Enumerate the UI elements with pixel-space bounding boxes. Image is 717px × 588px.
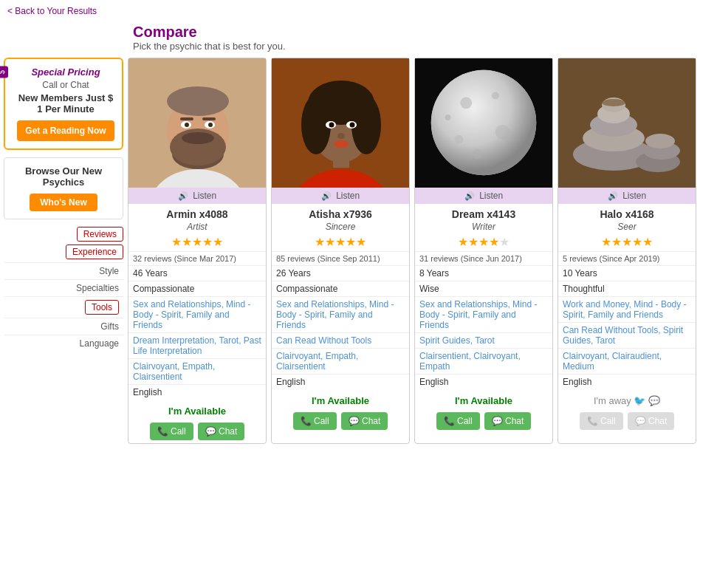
halo-listen-bar[interactable]: 🔊 Listen bbox=[558, 188, 696, 204]
halo-tools: Can Read Without Tools, Spirit Guides, T… bbox=[558, 322, 696, 348]
svg-point-32 bbox=[495, 125, 510, 140]
armin-reviews: 32 reviews (Since Mar 2017) bbox=[128, 251, 266, 265]
dream-photo bbox=[415, 58, 552, 188]
armin-name: Armin x4088 bbox=[128, 204, 266, 222]
svg-point-34 bbox=[472, 149, 482, 160]
special-pricing-title: Special Pricing bbox=[17, 66, 114, 78]
svg-point-26 bbox=[334, 140, 349, 148]
speaker-icon-3: 🔊 bbox=[464, 191, 475, 200]
browse-new-box: Browse Our New Psychics Who's New bbox=[4, 157, 123, 219]
atisha-availability: I'm Available bbox=[272, 389, 409, 409]
back-link[interactable]: < Back to Your Results bbox=[0, 0, 104, 22]
svg-point-42 bbox=[602, 99, 625, 106]
halo-availability: I'm away 🐦 💬 bbox=[558, 389, 696, 409]
armin-call-button[interactable]: 📞 Call bbox=[150, 423, 193, 440]
armin-experience: 46 Years bbox=[128, 265, 266, 281]
atisha-photo bbox=[272, 58, 409, 188]
dream-name: Dream x4143 bbox=[415, 204, 552, 222]
experience-filter-btn[interactable]: Experience bbox=[66, 245, 123, 259]
speaker-icon: 🔊 bbox=[178, 191, 188, 200]
halo-call-button: 📞 Call bbox=[580, 412, 623, 430]
atisha-call-button[interactable]: 📞 Call bbox=[293, 412, 337, 430]
armin-stars: ★★★★★ bbox=[128, 235, 266, 249]
armin-style-label: Artist bbox=[128, 222, 266, 232]
dream-language: English bbox=[415, 374, 552, 389]
armin-listen-bar[interactable]: 🔊 Listen bbox=[128, 188, 266, 204]
call-or-chat: Call or Chat bbox=[17, 80, 114, 90]
atisha-tools: Can Read Without Tools bbox=[272, 332, 409, 348]
halo-gifts: Clairvoyant, Clairaudient, Medium bbox=[558, 348, 696, 374]
atisha-style-label: Sincere bbox=[272, 222, 409, 232]
gifts-label-row: Gifts bbox=[4, 318, 123, 335]
atisha-reviews: 85 reviews (Since Sep 2011) bbox=[272, 251, 409, 265]
dream-style: Wise bbox=[415, 281, 552, 296]
dream-experience: 8 Years bbox=[415, 265, 552, 281]
halo-specialties: Work and Money, Mind - Body - Spirit, Fa… bbox=[558, 296, 696, 322]
psychic-card-atisha: 🔊 Listen Atisha x7936 Sincere ★★★★★ 85 r… bbox=[271, 58, 410, 444]
halo-action-btns: 📞 Call 💬 Chat bbox=[558, 409, 696, 433]
svg-point-9 bbox=[185, 123, 189, 127]
dream-chat-button[interactable]: 💬 Chat bbox=[484, 412, 532, 430]
svg-point-24 bbox=[350, 123, 355, 128]
armin-language: English bbox=[128, 384, 266, 400]
tools-filter-btn[interactable]: Tools bbox=[85, 300, 119, 315]
halo-name: Halo x4168 bbox=[558, 204, 696, 222]
compare-cards-area: 🔊 Listen Armin x4088 Artist ★★★★★ 32 rev… bbox=[128, 58, 713, 444]
dream-listen-label: Listen bbox=[479, 191, 503, 201]
armin-chat-button[interactable]: 💬 Chat bbox=[198, 423, 245, 440]
svg-point-30 bbox=[460, 97, 472, 109]
dream-style-label: Writer bbox=[415, 222, 552, 232]
svg-point-45 bbox=[645, 134, 675, 148]
whos-new-button[interactable]: Who's New bbox=[30, 194, 97, 211]
armin-style: Compassionate bbox=[128, 281, 266, 296]
special-pricing-badge: $ bbox=[0, 66, 8, 78]
svg-rect-11 bbox=[180, 117, 193, 120]
svg-point-33 bbox=[454, 135, 463, 144]
filter-experience: Experience bbox=[4, 245, 123, 259]
psychic-card-armin: 🔊 Listen Armin x4088 Artist ★★★★★ 32 rev… bbox=[128, 58, 267, 444]
style-label-row: Style bbox=[4, 262, 123, 279]
svg-point-13 bbox=[167, 86, 229, 116]
psychic-card-halo: 🔊 Listen Halo x4168 Seer ★★★★★ 5 reviews… bbox=[558, 58, 696, 444]
armin-gifts: Clairvoyant, Empath, Clairsentient bbox=[128, 358, 266, 384]
halo-reviews: 5 reviews (Since Apr 2019) bbox=[558, 251, 696, 265]
filter-reviews: Reviews bbox=[4, 227, 123, 242]
get-reading-button[interactable]: Get a Reading Now bbox=[17, 120, 114, 141]
badge-dollar: $ bbox=[0, 70, 6, 75]
atisha-stars: ★★★★★ bbox=[272, 235, 409, 249]
page-subtitle: Pick the psychic that is best for you. bbox=[133, 41, 710, 52]
atisha-experience: 26 Years bbox=[272, 265, 409, 281]
svg-point-25 bbox=[337, 133, 345, 139]
armin-action-btns: 📞 Call 💬 Chat bbox=[128, 420, 266, 443]
svg-rect-12 bbox=[202, 117, 216, 120]
dream-listen-bar[interactable]: 🔊 Listen bbox=[415, 188, 552, 204]
armin-listen-label: Listen bbox=[193, 191, 216, 201]
svg-point-31 bbox=[492, 92, 499, 99]
svg-point-6 bbox=[182, 132, 214, 144]
specialties-label-row: Specialties bbox=[4, 279, 123, 296]
page-title: Compare bbox=[133, 24, 710, 41]
halo-listen-label: Listen bbox=[622, 191, 646, 201]
svg-point-23 bbox=[329, 123, 335, 128]
atisha-chat-button[interactable]: 💬 Chat bbox=[341, 412, 388, 430]
dream-action-btns: 📞 Call 💬 Chat bbox=[415, 409, 552, 433]
atisha-listen-bar[interactable]: 🔊 Listen bbox=[272, 188, 409, 204]
psychic-card-dream: 🔊 Listen Dream x4143 Writer ★★★★★ 31 rev… bbox=[414, 58, 553, 444]
svg-point-10 bbox=[208, 123, 213, 127]
halo-photo bbox=[558, 58, 696, 188]
halo-style: Thoughtful bbox=[558, 281, 696, 296]
halo-language: English bbox=[558, 374, 696, 389]
browse-title: Browse Our New Psychics bbox=[12, 165, 115, 188]
speaker-icon-2: 🔊 bbox=[321, 191, 332, 200]
atisha-language: English bbox=[272, 374, 409, 389]
halo-chat-button: 💬 Chat bbox=[628, 412, 675, 430]
dream-call-button[interactable]: 📞 Call bbox=[436, 412, 480, 430]
sidebar: $ Special Pricing Call or Chat New Membe… bbox=[4, 58, 128, 444]
reviews-filter-btn[interactable]: Reviews bbox=[77, 227, 123, 242]
svg-point-35 bbox=[445, 114, 451, 120]
dream-gifts: Clairsentient, Clairvoyant, Empath bbox=[415, 348, 552, 374]
armin-tools: Dream Interpretation, Tarot, Past Life I… bbox=[128, 332, 266, 358]
filter-tools: Tools bbox=[4, 296, 123, 318]
svg-point-29 bbox=[431, 70, 536, 175]
atisha-listen-label: Listen bbox=[336, 191, 360, 201]
